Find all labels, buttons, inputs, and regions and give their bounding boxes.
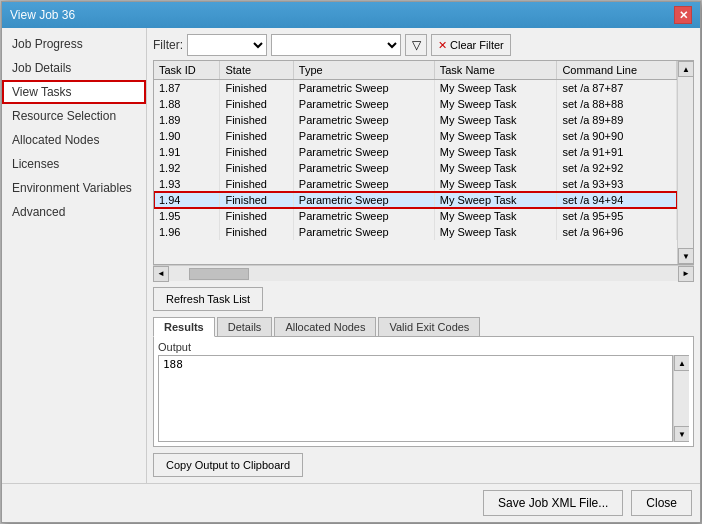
sidebar-item-environment-variables[interactable]: Environment Variables xyxy=(2,176,146,200)
bottom-bar: Save Job XML File... Close xyxy=(2,483,700,522)
task-table-horizontal-scroll[interactable]: ◄ ► xyxy=(153,265,694,281)
table-row[interactable]: 1.90FinishedParametric SweepMy Sweep Tas… xyxy=(154,128,677,144)
sidebar-item-advanced[interactable]: Advanced xyxy=(2,200,146,224)
filter-field-dropdown[interactable] xyxy=(187,34,267,56)
table-row[interactable]: 1.93FinishedParametric SweepMy Sweep Tas… xyxy=(154,176,677,192)
refresh-task-list-button[interactable]: Refresh Task List xyxy=(153,287,263,311)
output-label: Output xyxy=(158,341,689,353)
scroll-left-arrow[interactable]: ◄ xyxy=(153,266,169,282)
task-table-wrapper: Task ID State Type Task Name Command Lin… xyxy=(153,60,694,265)
col-header-type: Type xyxy=(293,61,434,80)
table-row[interactable]: 1.94FinishedParametric SweepMy Sweep Tas… xyxy=(154,192,677,208)
clear-icon: ✕ xyxy=(438,39,447,52)
filter-value-dropdown[interactable] xyxy=(271,34,401,56)
table-row[interactable]: 1.95FinishedParametric SweepMy Sweep Tas… xyxy=(154,208,677,224)
copy-output-button[interactable]: Copy Output to Clipboard xyxy=(153,453,303,477)
tab-valid-exit-codes[interactable]: Valid Exit Codes xyxy=(378,317,480,336)
col-header-state: State xyxy=(220,61,293,80)
save-job-xml-button[interactable]: Save Job XML File... xyxy=(483,490,623,516)
output-scroll-up[interactable]: ▲ xyxy=(674,355,689,371)
filter-apply-button[interactable]: ▽ xyxy=(405,34,427,56)
tab-allocated-nodes[interactable]: Allocated Nodes xyxy=(274,317,376,336)
tab-details[interactable]: Details xyxy=(217,317,273,336)
sidebar-item-view-tasks[interactable]: View Tasks xyxy=(2,80,146,104)
table-vertical-scrollbar[interactable]: ▲ ▼ xyxy=(677,61,693,264)
col-header-command-line: Command Line xyxy=(557,61,677,80)
main-window: View Job 36 ✕ Job Progress Job Details V… xyxy=(1,1,701,523)
sidebar-item-job-details[interactable]: Job Details xyxy=(2,56,146,80)
sidebar-item-allocated-nodes[interactable]: Allocated Nodes xyxy=(2,128,146,152)
right-panel: Filter: ▽ ✕ Clear Filter xyxy=(147,28,700,483)
h-scroll-track xyxy=(169,266,678,281)
h-scroll-thumb[interactable] xyxy=(189,268,249,280)
main-content: Job Progress Job Details View Tasks Reso… xyxy=(2,28,700,483)
table-row[interactable]: 1.88FinishedParametric SweepMy Sweep Tas… xyxy=(154,96,677,112)
task-table: Task ID State Type Task Name Command Lin… xyxy=(154,61,677,240)
title-bar: View Job 36 ✕ xyxy=(2,2,700,28)
col-header-task-name: Task Name xyxy=(434,61,557,80)
window-title: View Job 36 xyxy=(10,8,75,22)
sidebar-item-job-progress[interactable]: Job Progress xyxy=(2,32,146,56)
table-row[interactable]: 1.91FinishedParametric SweepMy Sweep Tas… xyxy=(154,144,677,160)
sidebar: Job Progress Job Details View Tasks Reso… xyxy=(2,28,147,483)
sidebar-item-licenses[interactable]: Licenses xyxy=(2,152,146,176)
funnel-icon: ▽ xyxy=(412,38,421,52)
results-panel: Output ▲ ▼ xyxy=(153,337,694,447)
col-header-task-id: Task ID xyxy=(154,61,220,80)
sidebar-item-resource-selection[interactable]: Resource Selection xyxy=(2,104,146,128)
scroll-up-arrow[interactable]: ▲ xyxy=(678,61,694,77)
output-scroll-down[interactable]: ▼ xyxy=(674,426,689,442)
task-table-scroll[interactable]: Task ID State Type Task Name Command Lin… xyxy=(154,61,677,264)
table-row[interactable]: 1.87FinishedParametric SweepMy Sweep Tas… xyxy=(154,80,677,97)
table-row[interactable]: 1.96FinishedParametric SweepMy Sweep Tas… xyxy=(154,224,677,240)
table-row[interactable]: 1.92FinishedParametric SweepMy Sweep Tas… xyxy=(154,160,677,176)
clear-filter-label: Clear Filter xyxy=(450,39,504,51)
scroll-right-arrow[interactable]: ► xyxy=(678,266,694,282)
close-window-button[interactable]: ✕ xyxy=(674,6,692,24)
filter-bar: Filter: ▽ ✕ Clear Filter xyxy=(153,34,694,56)
scroll-down-arrow[interactable]: ▼ xyxy=(678,248,694,264)
output-textarea[interactable] xyxy=(158,355,673,442)
filter-label: Filter: xyxy=(153,38,183,52)
tabs-bar: Results Details Allocated Nodes Valid Ex… xyxy=(153,317,694,337)
tab-results[interactable]: Results xyxy=(153,317,215,337)
clear-filter-button[interactable]: ✕ Clear Filter xyxy=(431,34,511,56)
results-section: Results Details Allocated Nodes Valid Ex… xyxy=(153,317,694,477)
table-row[interactable]: 1.89FinishedParametric SweepMy Sweep Tas… xyxy=(154,112,677,128)
output-vertical-scrollbar[interactable]: ▲ ▼ xyxy=(673,355,689,442)
close-button[interactable]: Close xyxy=(631,490,692,516)
